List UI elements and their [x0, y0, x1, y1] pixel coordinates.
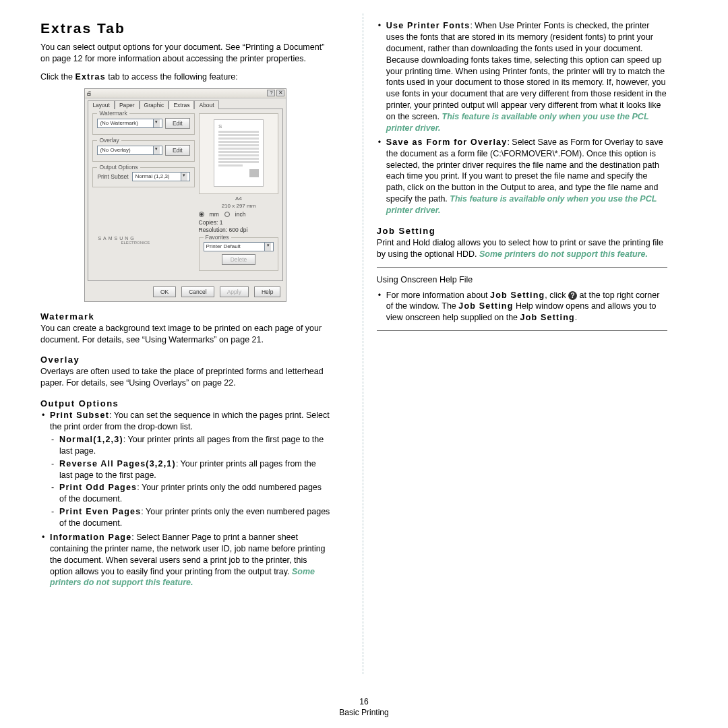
page-footer: 16 Basic Printing — [0, 697, 728, 717]
overlay-edit-button[interactable]: Edit — [165, 145, 190, 156]
reverse-item: Reverse All Pages(3,2,1): Your printer p… — [50, 458, 331, 481]
information-page-item: Information Page: Select Banner Page to … — [40, 532, 331, 588]
watermark-group: Watermark (No Watermark)▾ Edit — [92, 113, 194, 135]
printer-icon: 🖨 — [86, 90, 92, 96]
normal-item: Normal(1,2,3): Your printer prints all p… — [50, 434, 331, 457]
page-preview: S — [199, 113, 279, 194]
unit-mm-radio[interactable] — [199, 212, 204, 217]
chevron-down-icon: ▾ — [181, 173, 187, 181]
apply-button[interactable]: Apply — [220, 286, 249, 297]
tab-extras[interactable]: Extras — [169, 100, 194, 109]
watermark-select[interactable]: (No Watermark)▾ — [97, 119, 162, 128]
print-subset-item: Print Subset: You can set the sequence i… — [40, 410, 331, 529]
overlay-select[interactable]: (No Overlay)▾ — [97, 146, 162, 155]
intro-paragraph-2: Click the Extras tab to access the follo… — [40, 71, 331, 83]
watermark-edit-button[interactable]: Edit — [165, 118, 190, 129]
intro-paragraph-1: You can select output options for your d… — [40, 42, 331, 65]
job-setting-text: Print and Hold dialog allows you to sele… — [377, 237, 667, 260]
paper-dimensions: 210 x 297 mm — [199, 203, 279, 209]
left-column: Extras Tab You can select output options… — [34, 20, 338, 715]
favorites-label: Favorites — [204, 234, 231, 241]
copies-meta: Copies: 1 — [199, 219, 279, 226]
samsung-logo: SAMSUNGELECTRONICS — [92, 233, 194, 245]
overlay-heading: Overlay — [40, 355, 331, 365]
help-file-item: For more information about Job Setting, … — [377, 290, 667, 324]
close-titlebar-button[interactable]: ✕ — [276, 90, 284, 96]
output-options-group-label: Output Options — [97, 164, 140, 171]
even-item: Print Even Pages: Your printer prints on… — [50, 506, 331, 529]
help-titlebar-button[interactable]: ? — [267, 90, 275, 96]
page-title: Extras Tab — [40, 20, 331, 36]
printer-properties-dialog: 🖨 ? ✕ Layout Paper Graphic Extras About … — [84, 88, 286, 302]
use-printer-fonts-item: Use Printer Fonts: When Use Printer Font… — [377, 20, 667, 134]
paper-name: A4 — [199, 195, 279, 202]
watermark-text: You can create a background text image t… — [40, 323, 331, 346]
print-subset-select[interactable]: Normal (1,2,3)▾ — [132, 172, 189, 181]
print-subset-label: Print Subset — [97, 173, 129, 180]
tab-layout[interactable]: Layout — [88, 100, 115, 109]
ok-button[interactable]: OK — [153, 286, 176, 297]
watermark-heading: Watermark — [40, 311, 331, 322]
output-options-group: Output Options Print Subset Normal (1,2,… — [92, 167, 194, 187]
chevron-down-icon: ▾ — [153, 119, 160, 127]
separator-bottom — [377, 330, 667, 331]
chevron-down-icon: ▾ — [264, 243, 271, 251]
output-options-heading: Output Options — [40, 398, 331, 408]
section-label: Basic Printing — [339, 708, 388, 717]
tab-about[interactable]: About — [194, 100, 218, 109]
odd-item: Print Odd Pages: Your printer prints onl… — [50, 482, 331, 505]
favorites-select[interactable]: Printer Default▾ — [204, 242, 274, 251]
dialog-tabs: Layout Paper Graphic Extras About — [85, 98, 286, 109]
favorites-delete-button[interactable]: Delete — [222, 254, 255, 265]
overlay-group: Overlay (No Overlay)▾ Edit — [92, 140, 194, 162]
page-number: 16 — [0, 697, 728, 706]
help-file-heading: Using Onscreen Help File — [377, 274, 667, 286]
column-divider — [363, 13, 363, 674]
separator-top — [377, 267, 667, 268]
job-setting-heading: Job Setting — [377, 226, 667, 236]
question-icon: ? — [568, 291, 577, 300]
chevron-down-icon: ▾ — [153, 146, 160, 154]
unit-inch-radio[interactable] — [224, 212, 230, 217]
right-column: Use Printer Fonts: When Use Printer Font… — [370, 20, 674, 715]
save-as-form-item: Save as Form for Overlay: Select Save as… — [377, 137, 667, 216]
watermark-group-label: Watermark — [97, 110, 129, 117]
tab-paper[interactable]: Paper — [115, 100, 140, 109]
cancel-button[interactable]: Cancel — [181, 286, 214, 297]
tab-graphic[interactable]: Graphic — [140, 100, 169, 109]
overlay-text: Overlays are often used to take the plac… — [40, 366, 331, 389]
overlay-group-label: Overlay — [97, 137, 121, 144]
help-button[interactable]: Help — [254, 286, 280, 297]
dialog-titlebar: 🖨 ? ✕ — [85, 89, 286, 98]
resolution-meta: Resolution: 600 dpi — [199, 226, 279, 233]
